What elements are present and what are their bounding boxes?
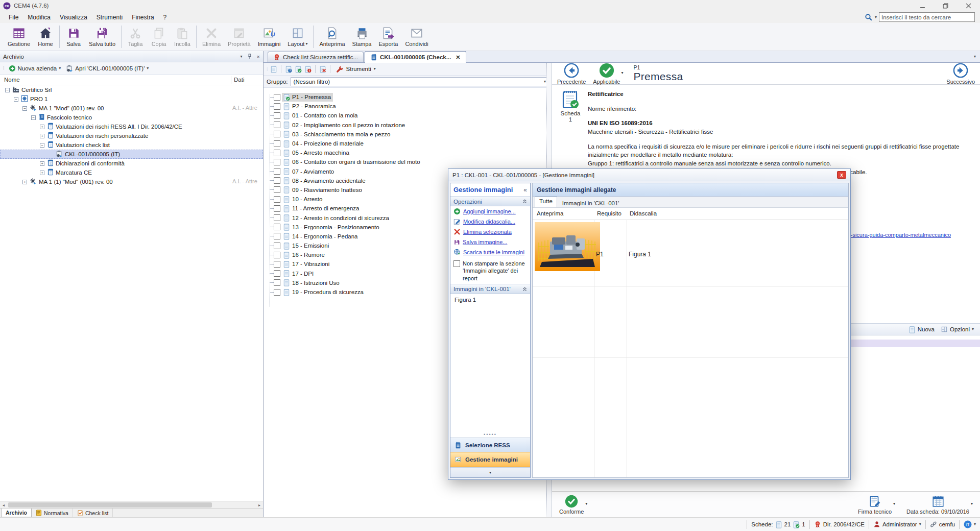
checklist-row-03-schiacciamento-tra-mola-e-pezzo[interactable]: 03 - Schiacciamento tra mola e pezzo xyxy=(264,130,546,139)
dialog-link-modifica-didascalia[interactable]: Modifica didascalia... xyxy=(450,216,530,227)
toolbar-button-stampa[interactable]: Stampa xyxy=(349,23,375,51)
pin-icon[interactable] xyxy=(247,54,252,59)
new-company-caret[interactable]: ▾ xyxy=(59,66,61,70)
toolbar-button-anteprima[interactable]: Anteprima xyxy=(316,23,348,51)
sheet-question-icon[interactable]: ? xyxy=(285,65,292,73)
chevron-up-icon[interactable] xyxy=(522,287,527,292)
tree-item-marcatura-ce[interactable]: +Marcatura CE xyxy=(0,168,263,177)
sheet-new-icon[interactable] xyxy=(270,65,277,73)
sheet-check-icon[interactable] xyxy=(295,65,302,73)
checkbox-icon[interactable] xyxy=(274,224,280,230)
tab-list-caret[interactable]: ▾ xyxy=(974,55,976,59)
checklist-row-p2-panoramica[interactable]: P2 - Panoramica xyxy=(264,102,546,111)
checkbox-icon[interactable] xyxy=(274,131,280,137)
checkbox-icon[interactable] xyxy=(274,150,280,156)
checkbox-icon[interactable] xyxy=(274,140,280,147)
toolbar-button-gestione[interactable]: Gestione xyxy=(4,23,34,51)
firma-caret[interactable]: ▾ xyxy=(893,502,895,506)
checkbox-icon[interactable] xyxy=(274,168,280,175)
close-button[interactable] xyxy=(957,0,980,11)
search-options-caret[interactable]: ▾ xyxy=(875,15,877,19)
sheet-warning-icon[interactable] xyxy=(304,65,312,73)
menu-modifica[interactable]: Modifica xyxy=(23,12,55,22)
toolbar-button-immagini[interactable]: Immagini xyxy=(254,23,284,51)
sidebar-overflow[interactable]: ▾ xyxy=(450,467,530,477)
tab-tutte[interactable]: Tutte xyxy=(535,197,557,207)
immagini-header[interactable]: Immagini in 'CKL-001' xyxy=(450,284,530,294)
tree-item-certifico-srl[interactable]: −Certifico Srl xyxy=(0,85,263,94)
language-selector[interactable]: IT ▾ xyxy=(964,520,976,528)
scrollbar-thumb[interactable] xyxy=(8,502,212,508)
tree-item-ma-1-1-mod-001-rev-00[interactable]: +MA 1 (1) "Mod" (001) rev. 00A.I. - Attr… xyxy=(0,177,263,186)
tree-expander[interactable]: − xyxy=(14,97,18,102)
checkbox-icon[interactable] xyxy=(274,214,280,221)
tree-expander[interactable]: + xyxy=(40,171,44,175)
data-scheda-caret[interactable]: ▾ xyxy=(971,502,973,506)
tree-item-valutazioni-check-list[interactable]: −Valutazioni check list xyxy=(0,140,263,150)
image-list-item[interactable]: Figura 1 xyxy=(450,294,530,305)
dialog-link-aggiungi-immagine[interactable]: Aggiungi immagine... xyxy=(450,206,530,216)
col-didascalia[interactable]: Didascalia xyxy=(630,210,657,216)
dialog-link-salva-immagine[interactable]: Salva immagine... xyxy=(450,237,530,247)
checkbox-icon[interactable] xyxy=(274,279,280,286)
tree-expander[interactable]: − xyxy=(40,143,44,148)
no-print-checkbox[interactable]: Non stampare la sezione 'Immagini allega… xyxy=(450,257,530,284)
menu-finestra[interactable]: Finestra xyxy=(127,12,158,22)
toolbar-button-esporta[interactable]: Esporta xyxy=(375,23,401,51)
open-checklist-button[interactable]: Apri 'CKL-001/000005 (IT)' ▾ xyxy=(64,64,150,73)
scrollbar-track[interactable] xyxy=(7,502,256,508)
tree-item-valutazioni-dei-rischi-personalizzate[interactable]: +Valutazioni dei rischi personalizzate xyxy=(0,131,263,140)
checklist-row-06-contatto-con-organi-di-trasmissione-del-moto[interactable]: 06 - Contatto con organi di trasmissione… xyxy=(264,157,546,166)
applicabile-button[interactable]: Applicabile ▾ xyxy=(593,63,623,85)
menu-strumenti[interactable]: Strumenti xyxy=(92,12,127,22)
image-table-row[interactable]: P1Figura 1 xyxy=(533,220,848,286)
successivo-button[interactable]: Successivo xyxy=(946,63,975,85)
toolbar-button-condividi[interactable]: Condividi xyxy=(401,23,432,51)
user-caret[interactable]: ▾ xyxy=(919,522,921,526)
checkbox-icon[interactable] xyxy=(274,177,280,184)
checkbox-icon[interactable] xyxy=(453,260,460,267)
toolbar-button-salva-tutto[interactable]: Salva tutto xyxy=(85,23,119,51)
checkbox-icon[interactable] xyxy=(274,270,280,277)
col-anteprima[interactable]: Anteprima xyxy=(537,210,563,216)
toolbar-button-salva[interactable]: Salva xyxy=(62,23,85,51)
group-filter-select[interactable]: (Nessun filtro) ▾ xyxy=(291,77,548,86)
checkbox-icon[interactable] xyxy=(274,243,280,249)
maximize-button[interactable] xyxy=(934,0,957,11)
scroll-left-icon[interactable]: ◂ xyxy=(0,503,7,508)
language-caret[interactable]: ▾ xyxy=(974,522,976,526)
checkbox-icon[interactable] xyxy=(274,196,280,203)
nuova-button[interactable]: Nuova xyxy=(909,326,935,333)
checklist-row-02-impigliamento-con-il-pezzo-in-rotazione[interactable]: 02 - Impigliamento con il pezzo in rotaz… xyxy=(264,120,546,130)
col-requisito[interactable]: Requisito xyxy=(597,210,622,216)
tree-expander[interactable]: − xyxy=(22,106,27,111)
strumenti-button[interactable]: Strumenti ▾ xyxy=(334,64,378,74)
toolbar-button-layout[interactable]: Layout▾ xyxy=(284,23,311,51)
checklist-row-01-contatto-con-la-mola[interactable]: 01 - Contatto con la mola xyxy=(264,111,546,120)
column-dati[interactable]: Dati xyxy=(234,77,244,83)
dialog-nav-gestione-immagini[interactable]: Gestione immagini xyxy=(450,452,530,467)
search-input[interactable] xyxy=(879,12,975,22)
sidebar-splitter[interactable]: ••••• xyxy=(450,431,530,438)
document-tab-check-list-sicurezza-rettific[interactable]: Check list Sicurezza rettific... xyxy=(268,52,364,62)
user-status[interactable]: Administrator ▾ xyxy=(873,521,921,528)
checkbox-icon[interactable] xyxy=(274,205,280,212)
tree-item-valutazioni-dei-rischi-ress-all-i-dir-2006-42-ce[interactable]: +Valutazioni dei rischi RESS All. I Dir.… xyxy=(0,122,263,131)
menu-visualizza[interactable]: Visualizza xyxy=(55,12,92,22)
dialog-close-button[interactable]: x xyxy=(837,171,846,179)
menu-file[interactable]: File xyxy=(4,12,23,22)
tree-item-ma-1-mod-001-rev-00[interactable]: −MA 1 "Mod" (001) rev. 00A.I. - Attre xyxy=(0,104,263,113)
dialog-nav-selezione-ress[interactable]: Selezione RESS xyxy=(450,438,530,452)
sheet-delete-icon[interactable] xyxy=(319,65,326,73)
tree-item-fascicolo-tecnico[interactable]: −Fascicolo tecnico xyxy=(0,113,263,122)
checkbox-icon[interactable] xyxy=(274,159,280,165)
tree-expander[interactable]: + xyxy=(40,161,44,166)
strumenti-caret[interactable]: ▾ xyxy=(374,67,376,71)
checkbox-icon[interactable] xyxy=(274,103,280,110)
dialog-link-scarica-tutte-le-immagini[interactable]: Scarica tutte le immagini xyxy=(450,247,530,257)
tree-item-ckl-001-000005-it[interactable]: CKL-001/000005 (IT) xyxy=(0,150,263,159)
tree-expander[interactable]: − xyxy=(31,115,36,120)
opzioni-caret[interactable]: ▾ xyxy=(972,327,974,331)
column-nome[interactable]: Nome xyxy=(4,77,20,83)
data-scheda-button[interactable]: Data scheda: 09/10/2016 ▾ xyxy=(906,495,973,515)
